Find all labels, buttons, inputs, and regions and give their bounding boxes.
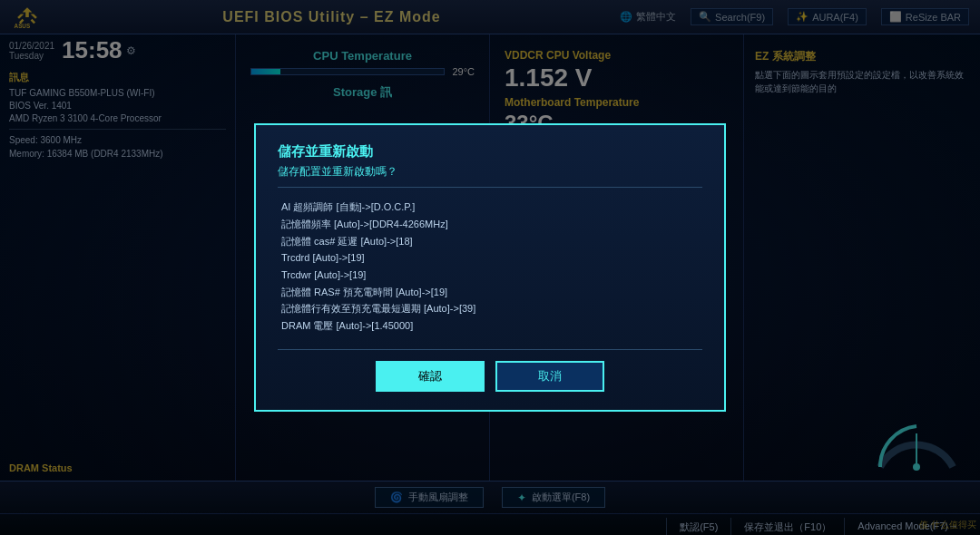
list-item: DRAM 電壓 [Auto]->[1.45000]	[278, 317, 702, 335]
modal-subtitle: 儲存配置並重新啟動嗎？	[278, 164, 702, 188]
list-item: 記憶體 RAS# 預充電時間 [Auto]->[19]	[278, 284, 702, 301]
list-item: 記憶體 cas# 延遲 [Auto]->[18]	[278, 233, 702, 250]
modal-title: 儲存並重新啟動	[278, 143, 702, 160]
list-item: Trcdrd [Auto]->[19]	[278, 249, 702, 267]
list-item: 記憶體頻率 [Auto]->[DDR4-4266MHz]	[278, 216, 702, 233]
save-restart-modal: 儲存並重新啟動 儲存配置並重新啟動嗎？ AI 超頻調師 [自動]->[D.O.C…	[254, 123, 726, 412]
list-item: Trcdwr [Auto]->[19]	[278, 267, 702, 284]
modal-overlay: 儲存並重新啟動 儲存配置並重新啟動嗎？ AI 超頻調師 [自動]->[D.O.C…	[0, 0, 980, 535]
list-item: AI 超頻調師 [自動]->[D.O.C.P.]	[278, 199, 702, 216]
modal-cancel-button[interactable]: 取消	[495, 361, 604, 392]
modal-confirm-button[interactable]: 確認	[376, 361, 485, 392]
modal-change-list: AI 超頻調師 [自動]->[D.O.C.P.]記憶體頻率 [Auto]->[D…	[278, 199, 702, 335]
modal-footer: 確認 取消	[278, 349, 702, 392]
list-item: 記憶體行有效至預充電最短週期 [Auto]->[39]	[278, 300, 702, 317]
